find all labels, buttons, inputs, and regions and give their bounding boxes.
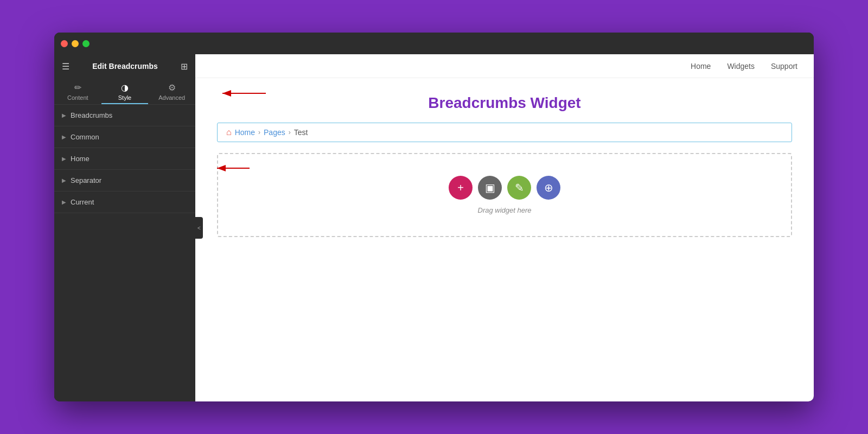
breadcrumb-pages[interactable]: Pages bbox=[264, 128, 285, 137]
pencil-icon: ✏ bbox=[74, 82, 81, 93]
sidebar-collapse-toggle[interactable]: < bbox=[195, 217, 203, 239]
widget-buttons: + ▣ ✎ ⊕ bbox=[449, 176, 560, 200]
grid-icon[interactable]: ⊞ bbox=[181, 61, 188, 72]
section-home-label: Home bbox=[71, 155, 90, 163]
tabs-row: ✏ Content ◑ Style ⚙ Advanced bbox=[54, 78, 195, 105]
plus-icon: + bbox=[457, 182, 464, 194]
tab-advanced[interactable]: ⚙ Advanced bbox=[148, 78, 195, 104]
chevron-right-icon: ▶ bbox=[62, 177, 66, 183]
content-area: Home Widgets Support Breadcrumbs Widget … bbox=[195, 54, 814, 401]
chevron-right-icon: ▶ bbox=[62, 156, 66, 162]
section-breadcrumbs[interactable]: ▶ Breadcrumbs bbox=[54, 105, 195, 126]
titlebar bbox=[54, 33, 814, 54]
nav-support[interactable]: Support bbox=[771, 62, 797, 71]
sidebar-sections: ▶ Breadcrumbs ▶ Common ▶ Home ▶ Separato… bbox=[54, 105, 195, 401]
style-icon: ◑ bbox=[121, 82, 129, 93]
main-area: ☰ Edit Breadcrumbs ⊞ ✏ Content ◑ Style ⚙… bbox=[54, 54, 814, 401]
page-title: Breadcrumbs Widget bbox=[217, 94, 792, 112]
tab-advanced-label: Advanced bbox=[158, 94, 185, 101]
more-icon: ⊕ bbox=[544, 181, 553, 194]
drag-hint: Drag widget here bbox=[478, 206, 532, 214]
top-nav: Home Widgets Support bbox=[195, 54, 814, 78]
folder-icon: ▣ bbox=[485, 181, 495, 194]
gear-icon: ⚙ bbox=[168, 82, 176, 93]
main-window: ☰ Edit Breadcrumbs ⊞ ✏ Content ◑ Style ⚙… bbox=[54, 33, 814, 401]
hamburger-icon[interactable]: ☰ bbox=[62, 61, 69, 72]
traffic-lights bbox=[61, 40, 90, 47]
section-common[interactable]: ▶ Common bbox=[54, 126, 195, 148]
breadcrumb-bar: ⌂ Home › Pages › Test bbox=[217, 123, 792, 142]
drop-zone: + ▣ ✎ ⊕ Drag widget here bbox=[217, 153, 792, 237]
section-separator[interactable]: ▶ Separator bbox=[54, 170, 195, 192]
nav-home[interactable]: Home bbox=[691, 62, 711, 71]
tab-style-label: Style bbox=[118, 94, 131, 101]
section-breadcrumbs-label: Breadcrumbs bbox=[71, 111, 112, 119]
tab-content-label: Content bbox=[67, 94, 88, 101]
minimize-button[interactable] bbox=[72, 40, 79, 47]
sidebar-header: ☰ Edit Breadcrumbs ⊞ bbox=[54, 54, 195, 78]
sidebar: ☰ Edit Breadcrumbs ⊞ ✏ Content ◑ Style ⚙… bbox=[54, 54, 195, 401]
breadcrumb-sep-2: › bbox=[289, 129, 291, 136]
tab-style[interactable]: ◑ Style bbox=[101, 78, 149, 104]
page-content: Breadcrumbs Widget ⌂ Home › Pages › Test… bbox=[195, 78, 814, 401]
nav-widgets[interactable]: Widgets bbox=[727, 62, 755, 71]
maximize-button[interactable] bbox=[82, 40, 90, 47]
breadcrumb-sep-1: › bbox=[258, 129, 260, 136]
add-widget-button[interactable]: + bbox=[449, 176, 473, 200]
home-icon: ⌂ bbox=[226, 127, 232, 137]
breadcrumb-current: Test bbox=[294, 128, 308, 137]
folder-button[interactable]: ▣ bbox=[478, 176, 502, 200]
chevron-right-icon: ▶ bbox=[62, 134, 66, 140]
chevron-right-icon: ▶ bbox=[62, 112, 66, 118]
collapse-icon: < bbox=[197, 225, 201, 231]
sidebar-title: Edit Breadcrumbs bbox=[92, 62, 158, 71]
section-home[interactable]: ▶ Home bbox=[54, 148, 195, 170]
edit-button[interactable]: ✎ bbox=[507, 176, 531, 200]
close-button[interactable] bbox=[61, 40, 68, 47]
edit-icon: ✎ bbox=[515, 181, 524, 194]
section-common-label: Common bbox=[71, 133, 99, 141]
chevron-right-icon: ▶ bbox=[62, 199, 66, 205]
more-button[interactable]: ⊕ bbox=[537, 176, 560, 200]
section-separator-label: Separator bbox=[71, 176, 101, 184]
section-current[interactable]: ▶ Current bbox=[54, 192, 195, 213]
breadcrumb-home[interactable]: Home bbox=[235, 128, 255, 137]
tab-content[interactable]: ✏ Content bbox=[54, 78, 101, 104]
section-current-label: Current bbox=[71, 198, 94, 206]
